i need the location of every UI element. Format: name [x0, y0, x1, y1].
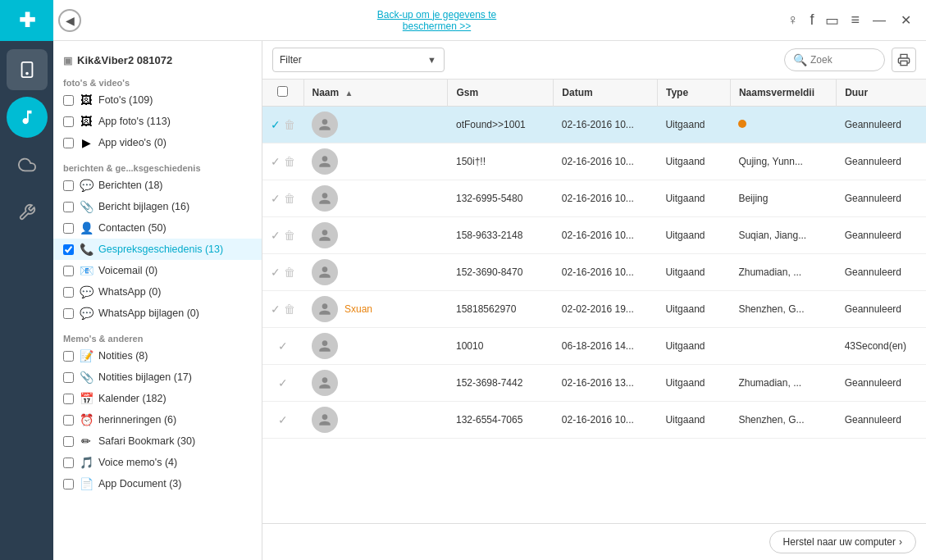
- gespreks-checkbox[interactable]: [63, 244, 74, 255]
- filter-select[interactable]: Filter Alle Inkomend Uitgaand Gemist: [272, 48, 445, 72]
- back-button[interactable]: ◀: [58, 9, 81, 32]
- tree-item-notities-bijlagen[interactable]: 📎 Notities bijlagen (17): [53, 367, 262, 388]
- print-button[interactable]: [892, 48, 916, 72]
- table-row[interactable]: ✓ 10010 06-18-2016 14... Ui: [262, 328, 926, 365]
- user-icon[interactable]: ♀: [787, 11, 799, 29]
- fotos-checkbox[interactable]: [63, 95, 74, 106]
- row-delete-icon[interactable]: 🗑: [284, 266, 295, 279]
- search-input[interactable]: [810, 54, 876, 66]
- notities-checkbox[interactable]: [63, 351, 74, 362]
- contacten-checkbox[interactable]: [63, 223, 74, 234]
- safari-checkbox[interactable]: [63, 436, 74, 447]
- col-naams[interactable]: Naamsvermeldii: [730, 80, 836, 107]
- sidebar-item-cloud[interactable]: [7, 144, 48, 185]
- voicemail-checkbox[interactable]: [63, 266, 74, 276]
- row-delete-icon[interactable]: 🗑: [284, 155, 295, 168]
- tree-item-app-videos[interactable]: ▶ App video's (0): [53, 132, 262, 153]
- chat-icon[interactable]: ▭: [825, 11, 839, 30]
- notities-bijlagen-icon: 📎: [79, 370, 94, 385]
- col-check[interactable]: [262, 80, 303, 107]
- row-delete-icon[interactable]: 🗑: [284, 229, 295, 242]
- tree-item-app-document[interactable]: 📄 App Document (3): [53, 473, 262, 494]
- tree-item-safari[interactable]: ✏ Safari Bookmark (30): [53, 430, 262, 452]
- row-check-icon[interactable]: ✓: [271, 303, 281, 316]
- row-check-icon[interactable]: ✓: [271, 192, 281, 205]
- bericht-bijlagen-checkbox[interactable]: [63, 202, 74, 212]
- facebook-icon[interactable]: f: [810, 11, 814, 29]
- row-datum-text: 02-16-2016 10...: [562, 193, 634, 204]
- sidebar-item-phone[interactable]: [7, 49, 48, 90]
- row-check-icon[interactable]: ✓: [271, 229, 281, 242]
- icon-sidebar: [0, 41, 53, 560]
- row-check-icon[interactable]: ✓: [271, 118, 281, 131]
- row-duur-cell: Geannuleerd: [837, 180, 926, 217]
- row-delete-icon[interactable]: 🗑: [284, 118, 295, 131]
- app-document-checkbox[interactable]: [63, 479, 74, 489]
- app-fotos-checkbox[interactable]: [63, 116, 74, 127]
- app-videos-checkbox[interactable]: [63, 138, 74, 148]
- table-row[interactable]: ✓ 🗑 158-9633-2148 02-1: [262, 217, 926, 254]
- row-check-icon[interactable]: ✓: [278, 413, 288, 426]
- tree-item-whatsapp-bijlagen[interactable]: 💬 WhatsApp bijlagen (0): [53, 303, 262, 324]
- col-type[interactable]: Type: [657, 80, 730, 107]
- row-check-icon[interactable]: ✓: [271, 155, 281, 168]
- whatsapp-bijlagen-checkbox[interactable]: [63, 308, 74, 319]
- notities-bijlagen-checkbox[interactable]: [63, 372, 74, 383]
- col-naam[interactable]: Naam ▲: [303, 80, 448, 107]
- sidebar-item-tools[interactable]: [7, 192, 48, 233]
- col-gsm[interactable]: Gsm: [448, 80, 554, 107]
- tree-item-contacten[interactable]: 👤 Contacten (50): [53, 217, 262, 239]
- whatsapp-checkbox[interactable]: [63, 287, 74, 298]
- tree-item-notities[interactable]: 📝 Notities (8): [53, 345, 262, 367]
- table-row[interactable]: ✓ 🗑 otFound>>1001: [262, 107, 926, 143]
- voice-memo-checkbox[interactable]: [63, 458, 74, 468]
- table-row[interactable]: ✓ 🗑 132-6995-5480 02-1: [262, 180, 926, 217]
- restore-label: Herstel naar uw computer: [783, 536, 896, 548]
- row-duur-text: Geannuleerd: [845, 230, 901, 241]
- tree-item-whatsapp[interactable]: 💬 WhatsApp (0): [53, 281, 262, 303]
- row-delete-icon[interactable]: 🗑: [284, 303, 295, 316]
- row-naams-cell: Shenzhen, G...: [730, 291, 836, 328]
- berichten-checkbox[interactable]: [63, 180, 74, 191]
- table-row[interactable]: ✓ 152-3698-7442 02-16-2016 13...: [262, 365, 926, 402]
- avatar: [312, 296, 338, 322]
- tree-item-berichten[interactable]: 💬 Berichten (18): [53, 175, 262, 196]
- row-check-icon[interactable]: ✓: [278, 339, 288, 353]
- col-duur[interactable]: Duur: [837, 80, 926, 107]
- tree-item-herinneringen[interactable]: ⏰ herinneringen (6): [53, 409, 262, 430]
- row-naam-text: Sxuan: [344, 303, 372, 315]
- row-naam-cell: [303, 107, 448, 143]
- close-button[interactable]: ✕: [899, 12, 913, 28]
- nav-back[interactable]: ◀: [53, 9, 86, 32]
- avatar: [312, 112, 338, 138]
- table-row[interactable]: ✓ 🗑 152-3690-8470 02-1: [262, 254, 926, 291]
- menu-icon[interactable]: ≡: [851, 11, 860, 29]
- row-naam-cell: [303, 217, 448, 254]
- tree-item-bericht-bijlagen[interactable]: 📎 Bericht bijlagen (16): [53, 196, 262, 217]
- minimize-button[interactable]: —: [871, 13, 887, 28]
- tree-item-fotos[interactable]: 🖼 Foto's (109): [53, 89, 262, 111]
- select-all-checkbox[interactable]: [277, 86, 288, 97]
- row-datum-cell: 02-16-2016 10...: [554, 402, 658, 439]
- table-header-row: Naam ▲ Gsm Datum Type Naam: [262, 80, 926, 107]
- restore-button[interactable]: Herstel naar uw computer ›: [769, 530, 916, 553]
- tree-item-gespreks[interactable]: 📞 Gespreksgeschiedenis (13): [53, 239, 262, 260]
- sidebar-item-music[interactable]: [7, 97, 48, 138]
- table-row[interactable]: ✓ 🗑 Sxuan 15818562: [262, 291, 926, 328]
- table-row[interactable]: ✓ 🗑 150i†!! 02-16-2016: [262, 143, 926, 180]
- herinneringen-checkbox[interactable]: [63, 415, 74, 426]
- col-naam-label: Naam: [312, 87, 340, 98]
- tree-item-voicemail[interactable]: 📧 Voicemail (0): [53, 260, 262, 281]
- tree-item-kalender[interactable]: 📅 Kalender (182): [53, 388, 262, 409]
- tree-item-voice-memo[interactable]: 🎵 Voice memo's (4): [53, 452, 262, 473]
- backup-link[interactable]: Back-up om je gegevens te beschermen >>: [377, 9, 496, 32]
- row-delete-icon[interactable]: 🗑: [284, 192, 295, 205]
- row-check-icon[interactable]: ✓: [278, 376, 288, 389]
- device-icon: ▣: [63, 55, 72, 66]
- table-row[interactable]: ✓ 132-6554-7065 02-16-2016 10...: [262, 402, 926, 439]
- row-check-icon[interactable]: ✓: [271, 266, 281, 279]
- row-naams-cell: Beijing: [730, 180, 836, 217]
- kalender-checkbox[interactable]: [63, 394, 74, 404]
- tree-item-app-fotos[interactable]: 🖼 App foto's (113): [53, 111, 262, 132]
- col-datum[interactable]: Datum: [554, 80, 658, 107]
